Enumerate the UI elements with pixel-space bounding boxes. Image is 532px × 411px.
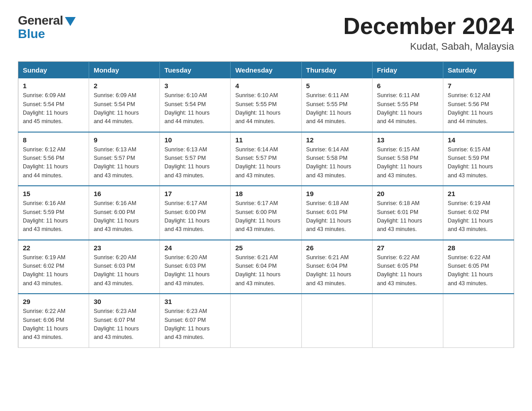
calendar-cell: [372, 294, 443, 347]
day-number: 23: [94, 244, 155, 252]
day-info: Sunrise: 6:19 AMSunset: 6:02 PMDaylight:…: [23, 253, 84, 288]
day-number: 22: [23, 244, 84, 252]
logo-arrow-icon: [65, 17, 76, 26]
day-info: Sunrise: 6:22 AMSunset: 6:06 PMDaylight:…: [23, 307, 84, 342]
day-info: Sunrise: 6:10 AMSunset: 5:55 PMDaylight:…: [235, 91, 296, 126]
calendar-cell: [443, 294, 514, 347]
calendar-cell: 18Sunrise: 6:17 AMSunset: 6:00 PMDayligh…: [231, 186, 301, 240]
calendar-cell: 14Sunrise: 6:15 AMSunset: 5:59 PMDayligh…: [443, 132, 514, 186]
day-info: Sunrise: 6:09 AMSunset: 5:54 PMDaylight:…: [94, 91, 155, 126]
day-info: Sunrise: 6:22 AMSunset: 6:05 PMDaylight:…: [377, 253, 438, 288]
calendar-cell: 22Sunrise: 6:19 AMSunset: 6:02 PMDayligh…: [18, 240, 89, 294]
day-number: 6: [377, 82, 438, 90]
day-number: 1: [23, 82, 84, 90]
day-number: 8: [23, 136, 84, 144]
day-number: 4: [235, 82, 296, 90]
day-info: Sunrise: 6:16 AMSunset: 5:59 PMDaylight:…: [23, 199, 84, 234]
day-number: 11: [235, 136, 296, 144]
location: Kudat, Sabah, Malaysia: [343, 41, 514, 52]
calendar-week-row: 22Sunrise: 6:19 AMSunset: 6:02 PMDayligh…: [18, 240, 514, 294]
day-info: Sunrise: 6:23 AMSunset: 6:07 PMDaylight:…: [94, 307, 155, 342]
calendar-week-row: 8Sunrise: 6:12 AMSunset: 5:56 PMDaylight…: [18, 132, 514, 186]
day-number: 7: [448, 82, 509, 90]
day-number: 25: [235, 244, 296, 252]
day-info: Sunrise: 6:15 AMSunset: 5:59 PMDaylight:…: [448, 146, 509, 180]
calendar-cell: 20Sunrise: 6:18 AMSunset: 6:01 PMDayligh…: [372, 186, 443, 240]
calendar-cell: 9Sunrise: 6:13 AMSunset: 5:57 PMDaylight…: [89, 132, 160, 186]
calendar-cell: 24Sunrise: 6:20 AMSunset: 6:03 PMDayligh…: [160, 240, 231, 294]
day-info: Sunrise: 6:18 AMSunset: 6:01 PMDaylight:…: [377, 199, 438, 234]
calendar-cell: 23Sunrise: 6:20 AMSunset: 6:03 PMDayligh…: [89, 240, 160, 294]
day-header-thursday: Thursday: [301, 62, 372, 79]
day-number: 3: [164, 82, 226, 90]
day-info: Sunrise: 6:14 AMSunset: 5:57 PMDaylight:…: [235, 146, 296, 180]
day-info: Sunrise: 6:22 AMSunset: 6:05 PMDaylight:…: [448, 253, 509, 288]
day-number: 19: [306, 190, 368, 197]
day-number: 10: [164, 136, 226, 144]
day-info: Sunrise: 6:21 AMSunset: 6:04 PMDaylight:…: [235, 253, 296, 288]
calendar-cell: 5Sunrise: 6:11 AMSunset: 5:55 PMDaylight…: [301, 78, 372, 132]
day-header-tuesday: Tuesday: [160, 62, 231, 79]
calendar-cell: 12Sunrise: 6:14 AMSunset: 5:58 PMDayligh…: [301, 132, 372, 186]
calendar-cell: 3Sunrise: 6:10 AMSunset: 5:54 PMDaylight…: [160, 78, 231, 132]
logo-general-text: General: [18, 13, 63, 28]
day-info: Sunrise: 6:21 AMSunset: 6:04 PMDaylight:…: [306, 253, 368, 288]
day-number: 27: [377, 244, 438, 252]
day-info: Sunrise: 6:20 AMSunset: 6:03 PMDaylight:…: [164, 253, 226, 288]
day-number: 30: [94, 298, 155, 305]
logo-top: General: [18, 13, 76, 28]
day-header-wednesday: Wednesday: [231, 62, 301, 79]
day-info: Sunrise: 6:16 AMSunset: 6:00 PMDaylight:…: [94, 199, 155, 234]
calendar-cell: [231, 294, 301, 347]
day-number: 14: [448, 136, 509, 144]
day-info: Sunrise: 6:20 AMSunset: 6:03 PMDaylight:…: [94, 253, 155, 288]
day-header-friday: Friday: [372, 62, 443, 79]
calendar-cell: 30Sunrise: 6:23 AMSunset: 6:07 PMDayligh…: [89, 294, 160, 347]
day-info: Sunrise: 6:13 AMSunset: 5:57 PMDaylight:…: [164, 146, 226, 180]
day-info: Sunrise: 6:15 AMSunset: 5:58 PMDaylight:…: [377, 146, 438, 180]
calendar-cell: 19Sunrise: 6:18 AMSunset: 6:01 PMDayligh…: [301, 186, 372, 240]
day-number: 17: [164, 190, 226, 197]
calendar-cell: 16Sunrise: 6:16 AMSunset: 6:00 PMDayligh…: [89, 186, 160, 240]
calendar-cell: 1Sunrise: 6:09 AMSunset: 5:54 PMDaylight…: [18, 78, 89, 132]
title-block: December 2024 Kudat, Sabah, Malaysia: [343, 13, 514, 52]
calendar-cell: 15Sunrise: 6:16 AMSunset: 5:59 PMDayligh…: [18, 186, 89, 240]
day-header-sunday: Sunday: [18, 62, 89, 79]
page-header: General Blue December 2024 Kudat, Sabah,…: [18, 13, 514, 52]
day-info: Sunrise: 6:09 AMSunset: 5:54 PMDaylight:…: [23, 91, 84, 126]
logo: General Blue: [18, 13, 76, 41]
calendar-cell: [301, 294, 372, 347]
calendar-cell: 26Sunrise: 6:21 AMSunset: 6:04 PMDayligh…: [301, 240, 372, 294]
calendar-week-row: 1Sunrise: 6:09 AMSunset: 5:54 PMDaylight…: [18, 78, 514, 132]
day-info: Sunrise: 6:12 AMSunset: 5:56 PMDaylight:…: [448, 91, 509, 126]
calendar-cell: 27Sunrise: 6:22 AMSunset: 6:05 PMDayligh…: [372, 240, 443, 294]
calendar-header-row: SundayMondayTuesdayWednesdayThursdayFrid…: [18, 62, 514, 79]
day-number: 18: [235, 190, 296, 197]
day-number: 15: [23, 190, 84, 197]
calendar-cell: 17Sunrise: 6:17 AMSunset: 6:00 PMDayligh…: [160, 186, 231, 240]
day-number: 29: [23, 298, 84, 305]
day-info: Sunrise: 6:19 AMSunset: 6:02 PMDaylight:…: [448, 199, 509, 234]
day-info: Sunrise: 6:11 AMSunset: 5:55 PMDaylight:…: [377, 91, 438, 126]
day-info: Sunrise: 6:17 AMSunset: 6:00 PMDaylight:…: [164, 199, 226, 234]
day-info: Sunrise: 6:14 AMSunset: 5:58 PMDaylight:…: [306, 146, 368, 180]
calendar-cell: 13Sunrise: 6:15 AMSunset: 5:58 PMDayligh…: [372, 132, 443, 186]
calendar-cell: 28Sunrise: 6:22 AMSunset: 6:05 PMDayligh…: [443, 240, 514, 294]
day-info: Sunrise: 6:10 AMSunset: 5:54 PMDaylight:…: [164, 91, 226, 126]
day-number: 21: [448, 190, 509, 197]
day-number: 12: [306, 136, 368, 144]
calendar-cell: 31Sunrise: 6:23 AMSunset: 6:07 PMDayligh…: [160, 294, 231, 347]
calendar-cell: 4Sunrise: 6:10 AMSunset: 5:55 PMDaylight…: [231, 78, 301, 132]
day-number: 16: [94, 190, 155, 197]
calendar-cell: 29Sunrise: 6:22 AMSunset: 6:06 PMDayligh…: [18, 294, 89, 347]
logo-blue-text: Blue: [18, 27, 45, 41]
day-info: Sunrise: 6:17 AMSunset: 6:00 PMDaylight:…: [235, 199, 296, 234]
day-header-monday: Monday: [89, 62, 160, 79]
month-title: December 2024: [343, 13, 514, 39]
day-number: 2: [94, 82, 155, 90]
day-number: 31: [164, 298, 226, 305]
calendar-body: 1Sunrise: 6:09 AMSunset: 5:54 PMDaylight…: [18, 78, 514, 347]
day-number: 26: [306, 244, 368, 252]
calendar-cell: 25Sunrise: 6:21 AMSunset: 6:04 PMDayligh…: [231, 240, 301, 294]
day-info: Sunrise: 6:23 AMSunset: 6:07 PMDaylight:…: [164, 307, 226, 342]
